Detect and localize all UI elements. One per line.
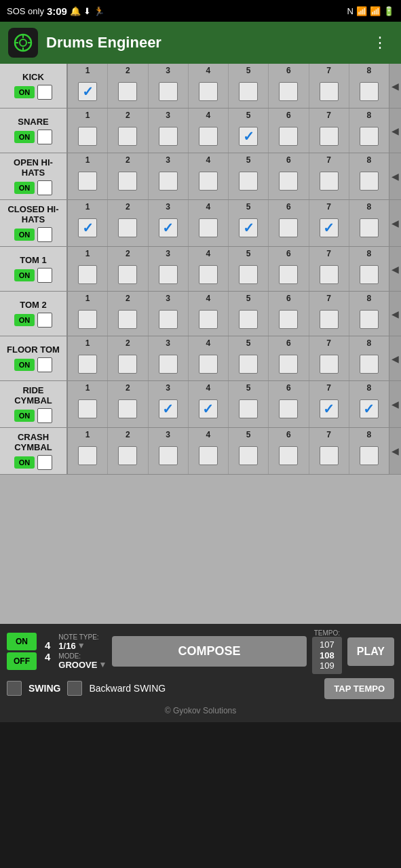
drum-mute-checkbox-5[interactable] — [37, 313, 52, 328]
play-button[interactable]: PLAY — [347, 637, 394, 666]
beat-checkbox-3-6[interactable] — [320, 218, 339, 237]
drum-mute-checkbox-2[interactable] — [37, 180, 52, 195]
beat-checkbox-8-3[interactable] — [199, 446, 218, 465]
note-type-value[interactable]: 1/16 ▼ — [58, 641, 85, 651]
beat-checkbox-7-3[interactable] — [199, 399, 218, 418]
beat-checkbox-6-0[interactable] — [78, 355, 97, 374]
scroll-arrow-2[interactable]: ◀ — [389, 153, 401, 199]
beat-checkbox-8-0[interactable] — [78, 446, 97, 465]
beat-checkbox-5-5[interactable] — [279, 310, 298, 329]
beat-checkbox-1-7[interactable] — [360, 127, 379, 146]
beat-checkbox-7-6[interactable] — [320, 399, 339, 418]
scroll-arrow-6[interactable]: ◀ — [389, 336, 401, 380]
beat-checkbox-7-4[interactable] — [239, 399, 258, 418]
beat-checkbox-6-4[interactable] — [239, 355, 258, 374]
beat-checkbox-3-3[interactable] — [199, 218, 218, 237]
drum-mute-checkbox-0[interactable] — [37, 85, 52, 100]
beat-checkbox-2-0[interactable] — [78, 172, 97, 191]
beat-checkbox-2-5[interactable] — [279, 172, 298, 191]
on-button[interactable]: ON — [7, 633, 37, 650]
beat-checkbox-2-4[interactable] — [239, 172, 258, 191]
beat-checkbox-5-1[interactable] — [118, 310, 137, 329]
beat-checkbox-6-3[interactable] — [199, 355, 218, 374]
beat-checkbox-0-2[interactable] — [159, 82, 178, 101]
beat-checkbox-0-3[interactable] — [199, 82, 218, 101]
beat-checkbox-1-6[interactable] — [320, 127, 339, 146]
scroll-arrow-7[interactable]: ◀ — [389, 381, 401, 427]
drum-on-button-1[interactable]: ON — [14, 131, 35, 143]
beat-checkbox-0-1[interactable] — [118, 82, 137, 101]
beat-checkbox-2-2[interactable] — [159, 172, 178, 191]
beat-checkbox-7-1[interactable] — [118, 399, 137, 418]
beat-checkbox-7-5[interactable] — [279, 399, 298, 418]
menu-button[interactable]: ⋮ — [367, 31, 393, 54]
beat-checkbox-4-2[interactable] — [159, 265, 178, 284]
beat-checkbox-8-6[interactable] — [320, 446, 339, 465]
beat-checkbox-8-4[interactable] — [239, 446, 258, 465]
drum-on-button-5[interactable]: ON — [14, 314, 35, 326]
beat-checkbox-3-1[interactable] — [118, 218, 137, 237]
beat-checkbox-1-1[interactable] — [118, 127, 137, 146]
beat-checkbox-4-7[interactable] — [360, 265, 379, 284]
beat-checkbox-0-6[interactable] — [320, 82, 339, 101]
scroll-arrow-5[interactable]: ◀ — [389, 292, 401, 336]
beat-checkbox-5-2[interactable] — [159, 310, 178, 329]
beat-checkbox-4-1[interactable] — [118, 265, 137, 284]
swing-checkbox[interactable] — [7, 681, 22, 696]
beat-checkbox-8-5[interactable] — [279, 446, 298, 465]
drum-on-button-7[interactable]: ON — [14, 410, 35, 422]
beat-checkbox-6-6[interactable] — [320, 355, 339, 374]
drum-on-button-4[interactable]: ON — [14, 269, 35, 281]
drum-mute-checkbox-1[interactable] — [37, 130, 52, 144]
beat-checkbox-4-5[interactable] — [279, 265, 298, 284]
beat-checkbox-8-7[interactable] — [360, 446, 379, 465]
drum-on-button-6[interactable]: ON — [14, 359, 35, 371]
beat-checkbox-5-6[interactable] — [320, 310, 339, 329]
beat-checkbox-7-7[interactable] — [360, 399, 379, 418]
beat-checkbox-2-1[interactable] — [118, 172, 137, 191]
beat-checkbox-3-7[interactable] — [360, 218, 379, 237]
scroll-arrow-3[interactable]: ◀ — [389, 200, 401, 246]
beat-checkbox-6-5[interactable] — [279, 355, 298, 374]
beat-checkbox-0-0[interactable] — [78, 82, 97, 101]
drum-mute-checkbox-4[interactable] — [37, 268, 52, 283]
beat-checkbox-1-4[interactable] — [239, 127, 258, 146]
beat-checkbox-3-0[interactable] — [78, 218, 97, 237]
drum-mute-checkbox-7[interactable] — [37, 408, 52, 423]
compose-button[interactable]: COMPOSE — [112, 636, 306, 667]
beat-checkbox-0-4[interactable] — [239, 82, 258, 101]
drum-on-button-3[interactable]: ON — [14, 229, 35, 241]
scroll-arrow-1[interactable]: ◀ — [389, 108, 401, 153]
beat-checkbox-4-3[interactable] — [199, 265, 218, 284]
tempo-scroll[interactable]: 107 108 109 — [312, 637, 342, 674]
beat-checkbox-2-6[interactable] — [320, 172, 339, 191]
scroll-arrow-8[interactable]: ◀ — [389, 428, 401, 474]
beat-checkbox-2-7[interactable] — [360, 172, 379, 191]
beat-checkbox-4-6[interactable] — [320, 265, 339, 284]
drum-mute-checkbox-6[interactable] — [37, 357, 52, 372]
drum-on-button-2[interactable]: ON — [14, 182, 35, 194]
off-button[interactable]: OFF — [7, 652, 37, 670]
drum-mute-checkbox-8[interactable] — [37, 455, 52, 470]
drum-on-button-8[interactable]: ON — [14, 456, 35, 469]
beat-checkbox-1-2[interactable] — [159, 127, 178, 146]
beat-checkbox-5-4[interactable] — [239, 310, 258, 329]
beat-checkbox-7-0[interactable] — [78, 399, 97, 418]
beat-checkbox-8-2[interactable] — [159, 446, 178, 465]
beat-checkbox-6-1[interactable] — [118, 355, 137, 374]
scroll-arrow-4[interactable]: ◀ — [389, 247, 401, 291]
beat-checkbox-4-4[interactable] — [239, 265, 258, 284]
beat-checkbox-4-0[interactable] — [78, 265, 97, 284]
beat-checkbox-2-3[interactable] — [199, 172, 218, 191]
beat-checkbox-3-2[interactable] — [159, 218, 178, 237]
beat-checkbox-8-1[interactable] — [118, 446, 137, 465]
beat-checkbox-5-0[interactable] — [78, 310, 97, 329]
beat-checkbox-0-5[interactable] — [279, 82, 298, 101]
note-type-selector[interactable]: NOTE TYPE: 1/16 ▼ — [58, 633, 107, 651]
beat-checkbox-3-5[interactable] — [279, 218, 298, 237]
beat-checkbox-6-7[interactable] — [360, 355, 379, 374]
backward-swing-checkbox[interactable] — [67, 681, 82, 696]
beat-checkbox-1-5[interactable] — [279, 127, 298, 146]
beat-checkbox-3-4[interactable] — [239, 218, 258, 237]
beat-checkbox-5-3[interactable] — [199, 310, 218, 329]
